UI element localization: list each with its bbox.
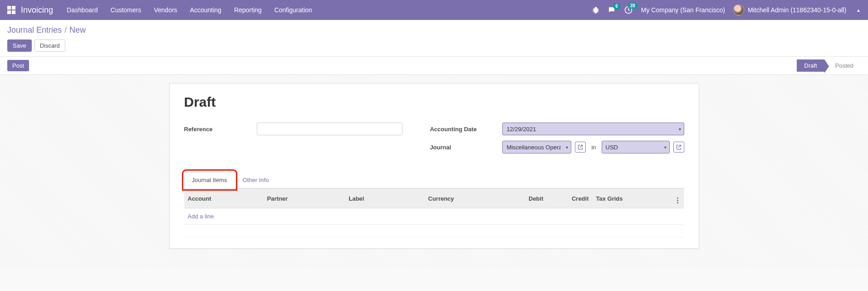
row-journal: Journal Miscellaneous Operatio in USD	[430, 141, 684, 153]
currency-input[interactable]: USD	[602, 141, 670, 153]
breadcrumb-current: New	[69, 25, 86, 35]
breadcrumb-parent[interactable]: Journal Entries	[7, 25, 62, 35]
label-reference: Reference	[184, 126, 257, 133]
currency-external-link-icon[interactable]	[673, 142, 684, 153]
table-row: Add a line	[184, 208, 684, 225]
nav-customers[interactable]: Customers	[111, 6, 142, 14]
chat-icon[interactable]: 6	[608, 6, 616, 14]
accounting-date-input[interactable]: 12/29/2021	[502, 123, 684, 135]
tab-journal-items[interactable]: Journal Items	[184, 172, 235, 188]
user-name: Mitchell Admin (11862340-15-0-all)	[748, 6, 846, 14]
breadcrumb-separator: /	[64, 25, 67, 35]
journal-input[interactable]: Miscellaneous Operatio	[502, 141, 571, 153]
reference-input[interactable]	[257, 123, 403, 135]
status-row: Post Draft Posted	[0, 57, 868, 75]
nav-menu: Dashboard Customers Vendors Accounting R…	[67, 6, 312, 14]
company-selector[interactable]: My Company (San Francisco)	[641, 6, 725, 14]
currency-value: USD	[606, 144, 618, 151]
add-line-link[interactable]: Add a line	[188, 213, 214, 220]
th-options	[672, 189, 684, 208]
bug-icon[interactable]	[592, 6, 599, 14]
label-in: in	[589, 144, 598, 151]
nav-configuration[interactable]: Configuration	[275, 6, 312, 14]
form-sheet: Draft Reference Accounting Date 12/29/20…	[169, 83, 699, 249]
table-row-empty	[184, 225, 684, 237]
content-wrap: Draft Reference Accounting Date 12/29/20…	[0, 75, 868, 267]
accounting-date-value: 12/29/2021	[506, 126, 536, 133]
label-accounting-date: Accounting Date	[430, 126, 502, 133]
row-reference: Reference	[184, 123, 403, 135]
status-draft[interactable]: Draft	[797, 59, 824, 72]
app-title[interactable]: Invoicing	[21, 5, 53, 15]
chat-badge: 6	[613, 3, 620, 9]
th-label: Label	[345, 189, 425, 208]
post-button[interactable]: Post	[7, 60, 29, 71]
caret-up-icon[interactable]: ▲	[856, 8, 861, 13]
save-button[interactable]: Save	[7, 39, 32, 52]
journal-external-link-icon[interactable]	[575, 142, 586, 153]
row-accounting-date: Accounting Date 12/29/2021	[430, 123, 684, 135]
activity-icon[interactable]: 28	[624, 5, 633, 15]
th-credit: Credit	[547, 189, 593, 208]
journal-value: Miscellaneous Operatio	[506, 144, 561, 151]
th-account: Account	[184, 189, 264, 208]
activity-badge: 28	[628, 3, 638, 9]
kebab-icon[interactable]	[677, 197, 678, 203]
form-title: Draft	[184, 94, 684, 110]
th-tax-grids: Tax Grids	[593, 189, 672, 208]
form-col-right: Accounting Date 12/29/2021 Journal Misce…	[430, 123, 684, 159]
table-header-row: Account Partner Label Currency Debit Cre…	[184, 189, 684, 208]
tabs: Journal Items Other Info	[184, 172, 684, 188]
topbar: Invoicing Dashboard Customers Vendors Ac…	[0, 0, 868, 20]
discard-button[interactable]: Discard	[34, 39, 65, 52]
th-partner: Partner	[264, 189, 345, 208]
nav-vendors[interactable]: Vendors	[154, 6, 177, 14]
nav-accounting[interactable]: Accounting	[190, 6, 221, 14]
nav-reporting[interactable]: Reporting	[234, 6, 262, 14]
action-buttons: Save Discard	[7, 39, 861, 52]
statusbar: Draft Posted	[797, 59, 861, 72]
apps-icon[interactable]	[7, 6, 15, 14]
th-currency: Currency	[425, 189, 502, 208]
tab-other-info[interactable]: Other Info	[235, 172, 277, 188]
user-menu[interactable]: Mitchell Admin (11862340-15-0-all)	[733, 5, 846, 15]
th-debit: Debit	[502, 189, 547, 208]
journal-items-table: Account Partner Label Currency Debit Cre…	[184, 188, 684, 237]
nav-dashboard[interactable]: Dashboard	[67, 6, 98, 14]
topbar-left: Invoicing Dashboard Customers Vendors Ac…	[7, 5, 312, 15]
topbar-right: 6 28 My Company (San Francisco) Mitchell…	[592, 5, 861, 15]
control-panel: Journal Entries / New Save Discard	[0, 20, 868, 57]
form-col-left: Reference	[184, 123, 403, 159]
breadcrumb: Journal Entries / New	[7, 25, 861, 35]
form-grid: Reference Accounting Date 12/29/2021 Jou…	[184, 123, 684, 159]
label-journal: Journal	[430, 144, 502, 151]
status-posted[interactable]: Posted	[824, 59, 861, 72]
journal-row-inner: Miscellaneous Operatio in USD	[502, 141, 684, 153]
avatar	[733, 5, 744, 15]
